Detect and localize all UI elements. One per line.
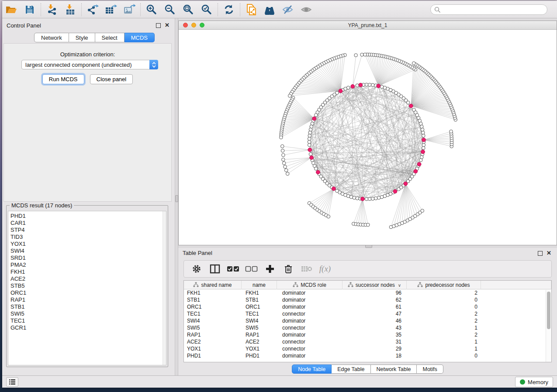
zoom-out-button[interactable] [161, 2, 179, 17]
splitter-grip[interactable] [365, 245, 372, 248]
table-row[interactable]: FKH1FKH1dominator962 [184, 289, 551, 296]
export-network-icon [86, 4, 99, 15]
maximize-window-icon[interactable] [200, 23, 204, 28]
table-row[interactable]: STB1STB1dominator620 [184, 296, 551, 303]
list-item[interactable]: STB1 [8, 303, 166, 310]
table-cell: 1 [407, 338, 481, 345]
tab-network-table[interactable]: Network Table [371, 364, 417, 374]
close-window-icon[interactable] [183, 23, 188, 28]
criterion-dropdown-value: largest connected component (undirected) [25, 62, 132, 68]
column-header-mcds-role[interactable]: MCDS role [277, 281, 343, 289]
list-item[interactable]: STP4 [8, 227, 166, 234]
zoom-fit-button[interactable] [179, 2, 197, 17]
column-header-shared-name[interactable]: shared name [184, 281, 242, 289]
table-row[interactable]: TEC1TEC1connector472 [184, 310, 551, 317]
import-network-button[interactable] [43, 2, 61, 17]
zoom-selected-button[interactable] [197, 2, 216, 17]
search-input[interactable] [430, 4, 547, 15]
mcds-tab-content: Optimization criterion: largest connecte… [3, 43, 172, 202]
first-neighbors-button[interactable] [260, 2, 279, 17]
export-network-button[interactable] [83, 2, 102, 17]
refresh-layout-button[interactable] [220, 2, 238, 17]
mcds-list-scrollbar[interactable] [163, 211, 166, 365]
scrollbar-thumb[interactable] [547, 292, 550, 329]
open-file-button[interactable] [2, 2, 21, 17]
tab-select[interactable]: Select [95, 33, 125, 42]
show-column-button[interactable] [208, 262, 222, 275]
table-row[interactable]: PHD1PHD1dominator180 [184, 352, 551, 359]
memory-button[interactable]: Memory [515, 377, 553, 387]
minimize-window-icon[interactable] [191, 23, 196, 28]
function-builder-button[interactable]: f(x) [318, 262, 332, 275]
export-table-button[interactable] [102, 2, 120, 17]
hide-selected-button[interactable] [279, 2, 297, 17]
close-panel-button[interactable]: Close panel [90, 74, 133, 84]
table-row[interactable]: SWI5SWI5connector431 [184, 324, 551, 331]
table-scrollbar[interactable] [546, 290, 551, 362]
list-item[interactable]: TID3 [8, 234, 166, 241]
list-item[interactable]: RAP1 [8, 296, 166, 303]
table-settings-button[interactable] [189, 262, 204, 275]
toolbar-separator [41, 3, 41, 16]
column-header-successor-nodes[interactable]: successor nodes∨ [343, 281, 407, 289]
table-cell: 18 [343, 352, 407, 359]
splitter-grip[interactable] [175, 195, 178, 202]
save-session-button[interactable] [21, 2, 39, 17]
create-column-button[interactable] [263, 262, 277, 275]
list-item[interactable]: PHD1 [8, 213, 166, 220]
close-panel-icon[interactable]: ✕ [165, 22, 170, 28]
close-panel-icon[interactable]: ✕ [547, 250, 551, 256]
table-row[interactable]: YOX1YOX1connector291 [184, 345, 551, 352]
list-item[interactable]: SWI5 [8, 310, 166, 317]
tab-motifs[interactable]: Motifs [417, 364, 443, 374]
network-window-titlebar[interactable]: YPA_prune.txt_1 [179, 21, 557, 30]
float-panel-icon[interactable] [156, 23, 161, 28]
delete-column-button[interactable] [281, 262, 296, 275]
show-all-button[interactable] [297, 2, 315, 17]
table-cell: dominator [277, 289, 343, 296]
select-all-button[interactable] [226, 262, 241, 275]
list-item[interactable]: ORC1 [8, 289, 166, 296]
column-header-predecessor-nodes[interactable]: predecessor nodes [407, 281, 481, 289]
table-row[interactable]: RAP1RAP1dominator352 [184, 331, 551, 338]
delete-table-button[interactable] [299, 262, 314, 275]
table-row[interactable]: SWI4SWI4dominator462 [184, 317, 551, 324]
task-history-button[interactable] [6, 377, 18, 387]
tab-edge-table[interactable]: Edge Table [332, 364, 370, 374]
zoom-in-button[interactable] [142, 2, 161, 17]
network-view-area: YPA_prune.txt_1 [178, 18, 557, 245]
save-icon [24, 4, 35, 15]
unselect-all-button[interactable] [244, 262, 259, 275]
list-item[interactable]: ACE2 [8, 275, 166, 282]
float-panel-icon[interactable] [538, 251, 543, 256]
tab-network[interactable]: Network [34, 33, 69, 42]
table-row[interactable]: ACE2ACE2connector311 [184, 338, 551, 345]
list-item[interactable]: PMA2 [8, 261, 166, 268]
list-item[interactable]: SWI4 [8, 248, 166, 254]
list-item[interactable]: SRD1 [8, 254, 166, 261]
vertical-splitter[interactable] [175, 18, 178, 375]
column-header-name[interactable]: name [242, 281, 277, 289]
list-item[interactable]: YOX1 [8, 241, 166, 248]
table-cell-filler [481, 303, 551, 310]
run-mcds-button[interactable]: Run MCDS [42, 74, 84, 84]
network-canvas[interactable] [179, 30, 557, 245]
mcds-result-list[interactable]: PHD1CAR1STP4TID3YOX1SWI4SRD1PMA2FKH1ACE2… [8, 211, 166, 365]
list-item[interactable]: CAR1 [8, 220, 166, 227]
table-cell: 1 [407, 345, 481, 352]
export-image-button[interactable] [120, 2, 138, 17]
table-cell-filler [481, 331, 551, 338]
tab-node-table[interactable]: Node Table [292, 364, 332, 374]
table-cell: connector [277, 338, 343, 345]
table-row[interactable]: ORC1ORC1dominator610 [184, 303, 551, 310]
list-item[interactable]: GCR1 [8, 324, 166, 331]
tab-mcds[interactable]: MCDS [125, 33, 155, 42]
list-item[interactable]: STB5 [8, 282, 166, 289]
import-table-button[interactable] [61, 2, 80, 17]
criterion-dropdown[interactable]: largest connected component (undirected) [21, 60, 158, 69]
search-icon [434, 7, 441, 13]
list-item[interactable]: TEC1 [8, 317, 166, 324]
copy-network-button[interactable] [242, 2, 260, 17]
list-item[interactable]: FKH1 [8, 268, 166, 275]
tab-style[interactable]: Style [69, 33, 95, 42]
